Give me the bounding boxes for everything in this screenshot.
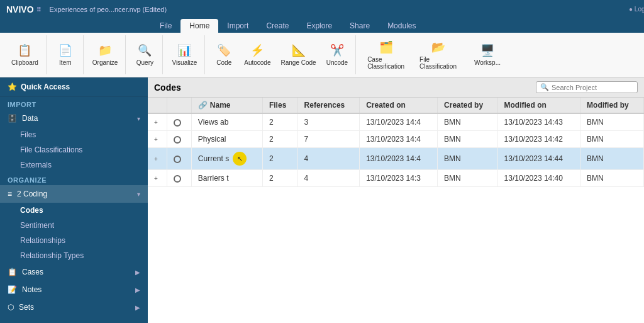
content-title: Codes: [154, 82, 181, 93]
visualize-button[interactable]: 📊 Visualize: [168, 41, 201, 69]
col-files[interactable]: Files: [262, 98, 297, 113]
notes-label: Notes: [22, 285, 42, 294]
case-classification-label: CaseClassification: [367, 56, 404, 70]
sidebar-item-file-classifications[interactable]: File Classifications: [0, 142, 148, 157]
organize-button[interactable]: 📁 Organize: [89, 41, 122, 69]
sidebar-item-codes[interactable]: Codes: [0, 203, 148, 218]
sidebar-item-data[interactable]: 🗄️ Data ▾: [0, 110, 148, 127]
row-expander-cell: +: [148, 170, 167, 187]
row-circle-icon: [174, 119, 181, 127]
sidebar-item-files[interactable]: Files: [0, 127, 148, 142]
clipboard-icon: 📋: [18, 43, 31, 57]
case-classification-icon: 🗂️: [379, 40, 393, 54]
coding-icon: ≡: [8, 190, 12, 198]
row-name-cell: Physical: [191, 131, 262, 148]
row-expander-cell: +: [148, 113, 167, 131]
row-circle-cell: [167, 170, 191, 187]
sidebar: ⭐ Quick Access IMPORT 🗄️ Data ▾ Files Fi…: [0, 77, 148, 323]
col-modified-by[interactable]: Modified by: [580, 98, 644, 113]
item-label: Item: [59, 59, 71, 66]
case-classification-button[interactable]: 🗂️ CaseClassification: [361, 38, 411, 72]
col-modified-on[interactable]: Modified on: [497, 98, 580, 113]
row-modified-by-cell: BMN: [580, 131, 644, 148]
code-button[interactable]: 🏷️ Code: [210, 41, 238, 69]
data-label: Data: [22, 114, 38, 123]
cases-expand-arrow: ▶: [135, 269, 140, 276]
query-icon: 🔍: [138, 43, 152, 57]
row-created-on-cell: 13/10/2023 14:4: [360, 113, 438, 131]
file-classification-icon: 📂: [431, 40, 445, 54]
file-classification-button[interactable]: 📂 FileClassification: [413, 38, 463, 72]
ribbon-tab-explore[interactable]: Explore: [297, 19, 341, 33]
row-references-cell: 3: [297, 113, 360, 131]
col-created-by[interactable]: Created by: [438, 98, 497, 113]
notes-icon: 📝: [8, 285, 17, 294]
table-row[interactable]: + Current s ↖ 2 4 13/10/2023 14:4 BMN 13…: [148, 148, 644, 170]
table-row[interactable]: + Barriers t 2 4 13/10/2023 14:3 BMN 13/…: [148, 170, 644, 187]
table-row[interactable]: + Physical 2 7 13/10/2023 14:4 BMN 13/10…: [148, 131, 644, 148]
workspace-button[interactable]: 🖥️ Worksp...: [465, 41, 509, 69]
main-area: ⭐ Quick Access IMPORT 🗄️ Data ▾ Files Fi…: [0, 77, 644, 323]
clipboard-button[interactable]: 📋 Clipboard: [8, 41, 42, 69]
sidebar-item-cases[interactable]: 📋 Cases ▶: [0, 263, 148, 281]
col-created-on[interactable]: Created on: [360, 98, 438, 113]
row-created-on-cell: 13/10/2023 14:4: [360, 148, 438, 170]
row-created-by-cell: BMN: [438, 170, 497, 187]
row-name-text: Current s: [198, 154, 229, 163]
autocode-label: Autocode: [244, 59, 270, 66]
sidebar-item-sets[interactable]: ⬡ Sets ▶: [0, 298, 148, 316]
sidebar-item-coding[interactable]: ≡ 2 Coding ▾: [0, 185, 148, 203]
autocode-button[interactable]: ⚡ Autocode: [240, 41, 274, 69]
row-references-cell: 4: [297, 170, 360, 187]
row-expander-cell: +: [148, 131, 167, 148]
col-references[interactable]: References: [297, 98, 360, 113]
query-button[interactable]: 🔍 Query: [131, 41, 158, 69]
quick-access-icon: ⭐: [8, 82, 17, 91]
section-import: IMPORT: [0, 97, 148, 110]
ribbon-tab-file[interactable]: File: [151, 19, 180, 33]
uncode-button[interactable]: ✂️ Uncode: [323, 41, 352, 69]
row-created-by-cell: BMN: [438, 148, 497, 170]
ribbon-tab-modules[interactable]: Modules: [379, 19, 425, 33]
ribbon-tab-create[interactable]: Create: [257, 19, 297, 33]
search-icon: 🔍: [540, 83, 549, 91]
col-circle: [167, 98, 191, 113]
ribbon-group-item: 📄 Item: [48, 35, 84, 74]
sidebar-item-notes[interactable]: 📝 Notes ▶: [0, 281, 148, 298]
sidebar-item-relationship-types[interactable]: Relationship Types: [0, 248, 148, 263]
sidebar-item-relationships[interactable]: Relationships: [0, 233, 148, 248]
row-files-cell: 2: [262, 131, 297, 148]
search-box[interactable]: 🔍: [536, 81, 638, 93]
quick-access-section[interactable]: ⭐ Quick Access: [0, 77, 148, 97]
item-button[interactable]: 📄 Item: [52, 41, 79, 69]
row-expander-icon[interactable]: +: [154, 175, 158, 182]
row-circle-cell: [167, 131, 191, 148]
ribbon-tab-share[interactable]: Share: [341, 19, 379, 33]
ribbon: FileHomeImportCreateExploreShareModules …: [0, 19, 644, 77]
search-input[interactable]: [552, 84, 633, 91]
range-code-button[interactable]: 📐 Range Code: [277, 41, 320, 69]
row-expander-cell: +: [148, 148, 167, 170]
sets-icon: ⬡: [8, 303, 14, 312]
range-code-label: Range Code: [281, 59, 316, 66]
ribbon-group-organize: 📁 Organize: [85, 35, 126, 74]
visualize-icon: 📊: [177, 43, 191, 57]
sidebar-item-sentiment[interactable]: Sentiment: [0, 218, 148, 233]
row-modified-on-cell: 13/10/2023 14:43: [497, 113, 580, 131]
section-organize: ORGANIZE: [0, 173, 148, 185]
table-row[interactable]: + Views ab 2 3 13/10/2023 14:4 BMN 13/10…: [148, 113, 644, 131]
row-modified-on-cell: 13/10/2023 14:44: [497, 148, 580, 170]
sidebar-item-externals[interactable]: Externals: [0, 157, 148, 173]
coding-label: 2 Coding: [17, 190, 47, 198]
quick-access-label: Quick Access: [21, 82, 70, 91]
row-name-text: Views ab: [198, 118, 228, 127]
cases-icon: 📋: [8, 268, 17, 276]
row-expander-icon[interactable]: +: [154, 156, 158, 162]
ribbon-tab-import[interactable]: Import: [218, 19, 257, 33]
ribbon-group-classification: 🗂️ CaseClassification 📂 FileClassificati…: [357, 35, 513, 74]
row-expander-icon[interactable]: +: [154, 136, 158, 143]
row-expander-icon[interactable]: +: [154, 119, 158, 126]
ribbon-tab-home[interactable]: Home: [180, 19, 218, 33]
col-name[interactable]: 🔗Name: [191, 98, 262, 113]
app-logo: NVIVO ⠿: [6, 4, 41, 14]
